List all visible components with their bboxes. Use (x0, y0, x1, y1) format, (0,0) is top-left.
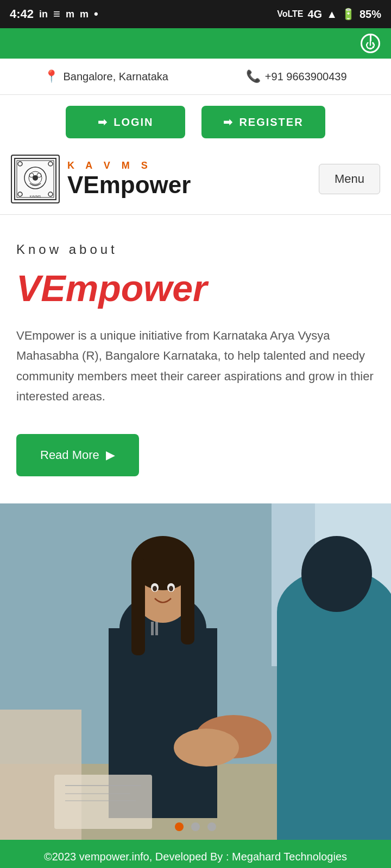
read-more-button[interactable]: Read More ▶ (16, 434, 139, 476)
status-time: 4:42 (10, 7, 34, 21)
menu-label: Menu (335, 172, 364, 186)
kavms-label: K A V M S (67, 160, 191, 171)
login-button[interactable]: ➡ LOGIN (66, 106, 185, 138)
nav-bar: KAVMS K A V M S VEmpower Menu (0, 149, 391, 215)
svg-rect-30 (155, 622, 158, 635)
hero-description: VEmpower is a unique initiative from Kar… (16, 326, 375, 407)
battery-icon: 🔋 (342, 8, 355, 21)
auth-bar: ➡ LOGIN ➡ REGISTER (0, 95, 391, 149)
hero-scene-svg (0, 503, 391, 840)
register-button[interactable]: ➡ REGISTER (201, 106, 325, 138)
svg-point-18 (301, 536, 372, 612)
login-label: LOGIN (113, 116, 153, 129)
svg-rect-34 (54, 775, 152, 829)
m-icon1: m (66, 9, 74, 20)
footer: ©2023 vempower.info, Developed By : Mega… (0, 840, 391, 868)
signal-icon: ▲ (326, 8, 337, 21)
dot-icon: • (94, 7, 98, 21)
menu-icon: ≡ (53, 7, 60, 21)
svg-point-9 (29, 173, 34, 177)
hero-subtitle: Know about (16, 242, 375, 257)
hero-section: Know about VEmpower VEmpower is a unique… (0, 215, 391, 503)
svg-point-27 (153, 586, 157, 591)
svg-point-6 (48, 162, 53, 166)
logo-image: KAVMS (11, 155, 60, 203)
logo-area: KAVMS K A V M S VEmpower (11, 155, 191, 203)
battery-level: 85% (360, 8, 381, 21)
phone-text: +91 9663900439 (265, 71, 347, 83)
phone-icon: 📞 (246, 69, 261, 84)
svg-rect-29 (151, 622, 154, 635)
svg-rect-23 (131, 558, 145, 655)
svg-point-8 (48, 192, 53, 196)
contact-bar: 📍 Bangalore, Karnataka 📞 +91 9663900439 (0, 59, 391, 95)
login-icon: ➡ (98, 116, 108, 129)
menu-button[interactable]: Menu (319, 164, 380, 194)
status-right: VoLTE 4G ▲ 🔋 85% (277, 8, 381, 21)
logo-svg: KAVMS (14, 157, 57, 201)
svg-point-32 (174, 729, 239, 767)
svg-point-10 (37, 173, 41, 177)
status-bar: 4:42 in ≡ m m • VoLTE 4G ▲ 🔋 85% (0, 0, 391, 28)
network-icon: 4G (307, 8, 322, 21)
svg-point-5 (18, 162, 22, 166)
svg-point-28 (169, 586, 173, 591)
linkedin-icon: in (39, 9, 48, 20)
hero-title: VEmpower (16, 267, 375, 309)
location-info: 📍 Bangalore, Karnataka (44, 69, 168, 84)
svg-rect-24 (181, 558, 194, 644)
phone-info: 📞 +91 9663900439 (246, 69, 347, 84)
status-left: 4:42 in ≡ m m • (10, 7, 98, 21)
read-more-label: Read More (40, 448, 99, 462)
location-icon: 📍 (44, 69, 59, 84)
volte-icon: VoLTE (277, 9, 303, 19)
top-bar: ⏻ (0, 28, 391, 59)
register-icon: ➡ (223, 116, 234, 129)
brand-text: K A V M S VEmpower (67, 160, 191, 199)
location-text: Bangalore, Karnataka (63, 71, 168, 83)
m-icon2: m (80, 9, 89, 20)
hero-image (0, 503, 391, 840)
carousel-dot-2[interactable] (191, 822, 200, 831)
power-button[interactable]: ⏻ (361, 34, 380, 53)
arrow-right-icon: ▶ (106, 448, 115, 462)
carousel-dots (0, 822, 391, 831)
footer-text: ©2023 vempower.info, Developed By : Mega… (44, 851, 347, 863)
svg-point-7 (18, 192, 22, 196)
svg-rect-17 (277, 612, 391, 840)
brand-vempower: VEmpower (67, 171, 191, 199)
carousel-dot-3[interactable] (207, 822, 216, 831)
register-label: REGISTER (239, 116, 303, 129)
carousel-dot-1[interactable] (175, 822, 184, 831)
power-icon-symbol: ⏻ (365, 40, 375, 51)
svg-text:KAVMS: KAVMS (30, 195, 41, 198)
